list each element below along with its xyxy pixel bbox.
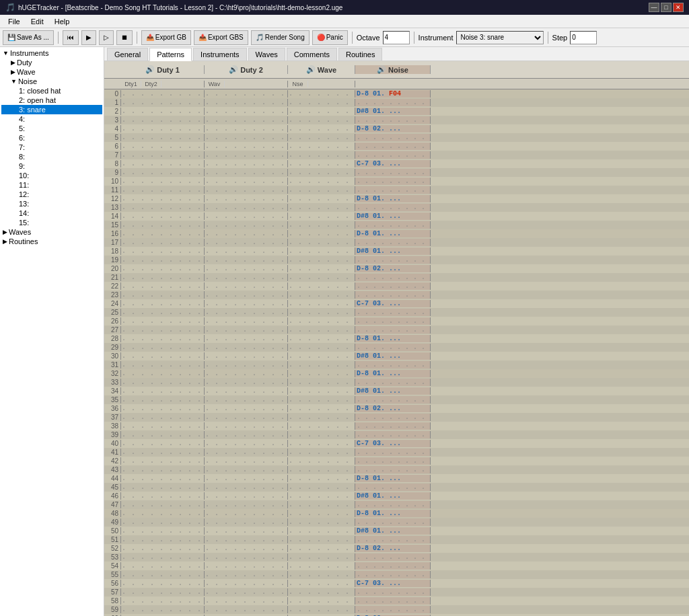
wave-cell[interactable]: . . . . . . . [288, 553, 355, 561]
noise-cell[interactable]: . . . . . . . . . [355, 571, 431, 578]
routines-arrow[interactable]: ▶ [3, 238, 7, 245]
tab-general[interactable]: General [107, 48, 148, 61]
duty2-cell[interactable]: . . . . . . . . . [205, 151, 288, 159]
duty2-cell[interactable]: . . . . . . . . . [205, 169, 288, 176]
noise-cell[interactable]: . . . . . . . . . [355, 204, 431, 211]
duty1-cell[interactable]: . . . . . . . . . [121, 143, 205, 150]
duty2-cell[interactable]: . . . . . . . . . [205, 414, 288, 421]
sidebar-item-noise-13[interactable]: 13: [1, 199, 102, 208]
sidebar-item-noise-14[interactable]: 14: [1, 208, 102, 218]
duty2-cell[interactable]: . . . . . . . . . [205, 527, 288, 535]
duty1-cell[interactable]: . . . . . . . . . [121, 466, 205, 473]
sidebar-item-closed-hat[interactable]: 1: closed hat [1, 86, 102, 95]
table-row[interactable]: 18. . . . . . . . .. . . . . . . . .. . … [104, 247, 689, 256]
duty1-cell[interactable]: . . . . . . . . . [121, 536, 205, 543]
duty1-cell[interactable]: . . . . . . . . . [121, 195, 205, 202]
duty1-cell[interactable]: . . . . . . . . . [121, 414, 205, 421]
table-row[interactable]: 23. . . . . . . . .. . . . . . . . .. . … [104, 291, 689, 299]
duty1-cell[interactable]: . . . . . . . . . [121, 571, 205, 578]
table-row[interactable]: 36. . . . . . . . .. . . . . . . . .. . … [104, 404, 689, 413]
sidebar-item-duty[interactable]: ▶ Duty [1, 58, 102, 67]
noise-cell[interactable]: . . . . . . . . . [355, 239, 431, 246]
wave-cell[interactable]: . . . . . . . [288, 545, 355, 552]
table-row[interactable]: 53. . . . . . . . .. . . . . . . . .. . … [104, 553, 689, 562]
duty2-cell[interactable]: . . . . . . . . . [205, 475, 288, 482]
noise-cell[interactable]: D-8 02. ... [355, 265, 431, 272]
wave-cell[interactable]: . . . . . . . [288, 440, 355, 447]
duty1-cell[interactable]: . . . . . . . . . [121, 431, 205, 438]
duty1-cell[interactable]: . . . . . . . . . [121, 99, 205, 106]
menu-file[interactable]: File [3, 16, 26, 27]
duty1-cell[interactable]: . . . . . . . . . [121, 562, 205, 570]
duty2-cell[interactable]: . . . . . . . . . [205, 405, 288, 412]
duty1-cell[interactable]: . . . . . . . . . [121, 335, 205, 342]
duty1-cell[interactable]: . . . . . . . . . [121, 230, 205, 237]
duty1-cell[interactable]: . . . . . . . . . [121, 125, 205, 132]
noise-cell[interactable]: . . . . . . . . . [355, 379, 431, 386]
duty1-cell[interactable]: . . . . . . . . . [121, 169, 205, 176]
instruments-arrow[interactable]: ▼ [3, 50, 9, 56]
duty1-cell[interactable]: . . . . . . . . . [121, 484, 205, 491]
duty2-cell[interactable]: . . . . . . . . . [205, 422, 288, 430]
duty2-cell[interactable]: . . . . . . . . . [205, 300, 288, 307]
noise-cell[interactable]: . . . . . . . . . [355, 484, 431, 491]
table-row[interactable]: 42. . . . . . . . .. . . . . . . . .. . … [104, 457, 689, 465]
duty2-cell[interactable]: . . . . . . . . . [205, 230, 288, 237]
duty1-cell[interactable]: . . . . . . . . . [121, 90, 205, 98]
noise-cell[interactable]: . . . . . . . . . [355, 414, 431, 421]
noise-cell[interactable]: . . . . . . . . . [355, 449, 431, 456]
duty1-cell[interactable]: . . . . . . . . . [121, 527, 205, 535]
panic-button[interactable]: 🔴 Panic [312, 30, 348, 45]
sidebar-item-noise-7[interactable]: 7: [1, 143, 102, 152]
noise-cell[interactable]: C-7 03. ... [355, 300, 431, 307]
table-row[interactable]: 15. . . . . . . . .. . . . . . . . .. . … [104, 221, 689, 229]
duty1-cell[interactable]: . . . . . . . . . [121, 309, 205, 316]
wave-cell[interactable]: . . . . . . . [288, 457, 355, 465]
duty2-cell[interactable]: . . . . . . . . . [205, 221, 288, 229]
table-row[interactable]: 30. . . . . . . . .. . . . . . . . .. . … [104, 352, 689, 360]
export-gb-button[interactable]: 📤 Export GB [141, 30, 191, 45]
duty2-cell[interactable]: . . . . . . . . . [205, 396, 288, 403]
wave-cell[interactable]: . . . . . . . [288, 466, 355, 473]
noise-cell[interactable]: C-7 03. ... [355, 580, 431, 587]
wave-cell[interactable]: . . . . . . . [288, 405, 355, 412]
wave-cell[interactable]: . . . . . . . [288, 597, 355, 605]
duty1-cell[interactable]: . . . . . . . . . [121, 221, 205, 229]
duty1-cell[interactable]: . . . . . . . . . [121, 239, 205, 246]
duty2-cell[interactable]: . . . . . . . . . [205, 387, 288, 395]
wave-cell[interactable]: . . . . . . . [288, 571, 355, 578]
duty2-cell[interactable]: . . . . . . . . . [205, 379, 288, 386]
table-row[interactable]: 2. . . . . . . . .. . . . . . . . .. . .… [104, 107, 689, 116]
table-row[interactable]: 11. . . . . . . . .. . . . . . . . .. . … [104, 186, 689, 194]
duty1-cell[interactable]: . . . . . . . . . [121, 265, 205, 272]
sidebar-item-noise-4[interactable]: 4: [1, 114, 102, 124]
noise-cell[interactable]: . . . . . . . . . [355, 344, 431, 351]
wave-cell[interactable]: . . . . . . . [288, 335, 355, 342]
duty2-cell[interactable]: . . . . . . . . . [205, 536, 288, 543]
table-row[interactable]: 43. . . . . . . . .. . . . . . . . .. . … [104, 465, 689, 474]
duty2-cell[interactable]: . . . . . . . . . [205, 239, 288, 246]
duty1-cell[interactable]: . . . . . . . . . [121, 134, 205, 141]
table-row[interactable]: 14. . . . . . . . .. . . . . . . . .. . … [104, 212, 689, 221]
duty1-cell[interactable]: . . . . . . . . . [121, 440, 205, 447]
save-as-button[interactable]: 💾 Save As ... [3, 30, 54, 45]
noise-cell[interactable]: . . . . . . . . . [355, 282, 431, 290]
noise-cell[interactable]: . . . . . . . . . [355, 317, 431, 325]
noise-cell[interactable]: D-8 02. ... [355, 405, 431, 412]
duty1-cell[interactable]: . . . . . . . . . [121, 405, 205, 412]
wave-cell[interactable]: . . . . . . . [288, 186, 355, 194]
duty1-cell[interactable]: . . . . . . . . . [121, 457, 205, 465]
wave-cell[interactable]: . . . . . . . [288, 300, 355, 307]
duty2-cell[interactable]: . . . . . . . . . [205, 125, 288, 132]
tab-patterns[interactable]: Patterns [149, 48, 192, 61]
duty1-cell[interactable]: . . . . . . . . . [121, 344, 205, 351]
tab-waves[interactable]: Waves [248, 48, 285, 61]
wave-cell[interactable]: . . . . . . . [288, 160, 355, 167]
duty1-cell[interactable]: . . . . . . . . . [121, 274, 205, 281]
table-row[interactable]: 37. . . . . . . . .. . . . . . . . .. . … [104, 413, 689, 422]
pattern-scroll-area[interactable]: 0. . . . . . . . .. . . . . . . . .. . .… [104, 89, 689, 616]
duty2-cell[interactable]: . . . . . . . . . [205, 344, 288, 351]
noise-cell[interactable]: . . . . . . . . . [355, 606, 431, 613]
table-row[interactable]: 41. . . . . . . . .. . . . . . . . .. . … [104, 448, 689, 457]
duty2-cell[interactable]: . . . . . . . . . [205, 440, 288, 447]
